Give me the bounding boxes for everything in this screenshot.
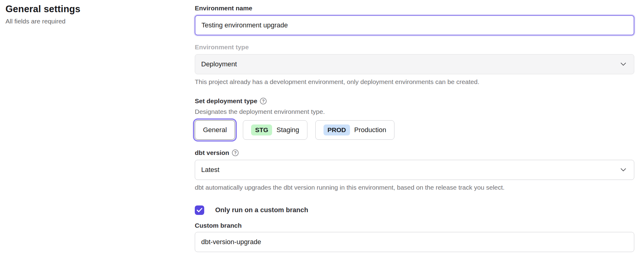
custom-branch-checkbox-label[interactable]: Only run on a custom branch — [215, 206, 308, 214]
checkmark-icon — [197, 208, 202, 212]
deployment-option-general-label: General — [203, 126, 227, 134]
help-icon[interactable]: ? — [232, 149, 239, 156]
dbt-version-helper: dbt automatically upgrades the dbt versi… — [195, 184, 634, 191]
chevron-down-icon — [621, 63, 626, 66]
deployment-option-general[interactable]: General — [195, 120, 235, 140]
page-title: General settings — [5, 4, 188, 15]
custom-branch-input[interactable] — [195, 232, 634, 252]
custom-branch-label: Custom branch — [195, 222, 634, 230]
deployment-option-production[interactable]: PROD Production — [315, 120, 394, 140]
settings-header: General settings All fields are required — [5, 4, 188, 25]
dbt-version-select[interactable]: Latest — [195, 160, 634, 180]
deployment-option-staging-label: Staging — [276, 126, 299, 134]
environment-name-input[interactable] — [195, 15, 634, 35]
production-badge: PROD — [324, 124, 350, 135]
deployment-type-label: Set deployment type ? — [195, 97, 634, 105]
staging-badge: STG — [251, 124, 272, 135]
dbt-version-label: dbt version ? — [195, 149, 634, 157]
deployment-type-label-text: Set deployment type — [195, 97, 257, 105]
environment-type-helper: This project already has a development e… — [195, 78, 634, 86]
environment-type-select: Deployment — [195, 54, 634, 74]
deployment-option-staging[interactable]: STG Staging — [243, 120, 307, 140]
environment-type-value: Deployment — [201, 60, 237, 68]
page-subtitle: All fields are required — [5, 18, 188, 25]
custom-branch-checkbox[interactable] — [195, 205, 204, 215]
chevron-down-icon — [621, 168, 626, 172]
environment-name-label: Environment name — [195, 4, 634, 12]
custom-branch-toggle-row: Only run on a custom branch — [195, 205, 634, 215]
dbt-version-label-text: dbt version — [195, 149, 229, 156]
deployment-type-description: Designates the deployment environment ty… — [195, 108, 634, 115]
environment-settings-form: Environment name Environment type Deploy… — [195, 4, 634, 252]
help-icon[interactable]: ? — [260, 98, 267, 104]
deployment-type-options: General STG Staging PROD Production — [195, 120, 634, 140]
general-settings-page: General settings All fields are required… — [0, 0, 644, 263]
environment-type-label: Environment type — [195, 43, 634, 51]
dbt-version-value: Latest — [201, 166, 219, 174]
deployment-option-production-label: Production — [354, 126, 386, 134]
